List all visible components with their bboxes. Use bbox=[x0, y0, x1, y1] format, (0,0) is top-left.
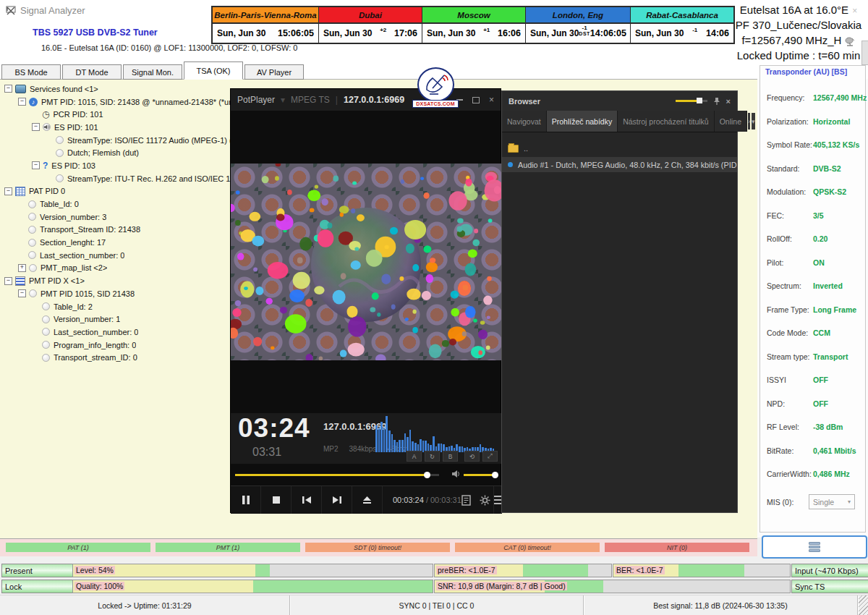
video-dot bbox=[442, 340, 449, 347]
tab-list-icon[interactable]: ▾ bbox=[752, 113, 755, 130]
tree-item[interactable]: −PMT PID 1015, SID 21438 bbox=[3, 287, 230, 300]
tree-item[interactable]: +PMT_map_list <2> bbox=[3, 262, 230, 275]
expand-toggle[interactable]: − bbox=[4, 277, 12, 285]
volume-fill bbox=[464, 474, 495, 476]
browser-tab-online[interactable]: Online bbox=[715, 111, 747, 132]
video-dot bbox=[366, 250, 383, 267]
resize-grip[interactable] bbox=[859, 595, 868, 615]
tree-item[interactable]: Last_section_number: 0 bbox=[3, 326, 230, 339]
field-label: Polarization: bbox=[767, 117, 813, 126]
browser-tab-n-stroj-proch-zen-titulk-[interactable]: Nástroj procházení titulků bbox=[618, 111, 714, 132]
browser-tab-navigovat[interactable]: Navigovat bbox=[502, 111, 547, 132]
spectrum-bar bbox=[375, 425, 378, 453]
ts-tool-button[interactable] bbox=[762, 535, 867, 559]
tab-tsa-ok-[interactable]: TSA (OK) bbox=[184, 62, 243, 80]
mis-select[interactable]: Single ▾ bbox=[809, 494, 855, 509]
tree-item-label: PMT_map_list <2> bbox=[41, 263, 107, 272]
tree-item[interactable]: Dutch; Flemish (dut) bbox=[3, 146, 230, 159]
close-icon[interactable]: × bbox=[726, 97, 731, 106]
expand-toggle[interactable]: − bbox=[32, 161, 40, 169]
tab-scroll-right-icon[interactable]: › bbox=[748, 113, 750, 130]
tree-item[interactable]: Section_lenght: 17 bbox=[3, 236, 230, 249]
video-dot bbox=[399, 276, 404, 281]
tree-item[interactable]: Transport_Stream ID: 21438 bbox=[3, 224, 230, 237]
expand-toggle[interactable]: − bbox=[18, 98, 26, 106]
dot-icon bbox=[56, 174, 64, 182]
tree-item[interactable]: −?ES PID: 103 bbox=[3, 159, 230, 172]
loop-icon[interactable]: ⟲ bbox=[464, 451, 480, 462]
pin-icon[interactable] bbox=[713, 97, 720, 105]
clock-4: Rabat-CasablancaSun, Jun 30-114:06 bbox=[631, 7, 733, 43]
stop-button[interactable] bbox=[261, 486, 292, 514]
volume-thumb[interactable] bbox=[492, 472, 498, 478]
repeat-toggle-icon[interactable]: ↻ bbox=[425, 451, 440, 462]
video-dot bbox=[285, 314, 307, 333]
gear-icon[interactable] bbox=[480, 495, 490, 506]
tab-dt-mode[interactable]: DT Mode bbox=[62, 64, 122, 80]
close-icon[interactable]: × bbox=[852, 6, 857, 16]
potplayer-window: PotPlayer ▾ MPEG TS | 127.0.0.1:6969 × bbox=[230, 88, 501, 513]
tab-bs-mode[interactable]: BS Mode bbox=[1, 64, 61, 80]
scrollbar-fragment[interactable] bbox=[861, 41, 868, 65]
maximize-icon[interactable] bbox=[472, 97, 480, 103]
tree-item[interactable]: −PAT PID 0 bbox=[3, 185, 230, 198]
potplayer-titlebar[interactable]: PotPlayer ▾ MPEG TS | 127.0.0.1:6969 × bbox=[231, 89, 501, 111]
expand-toggle[interactable]: − bbox=[18, 289, 26, 297]
field-label: Standard: bbox=[767, 164, 813, 173]
expand-icon[interactable]: ⤢ bbox=[482, 451, 498, 462]
audio-track-item[interactable]: Audio #1 - Dutch, MPEG Audio, 48.0 kHz, … bbox=[502, 157, 737, 172]
field-label: CarrierWidth: bbox=[767, 470, 813, 478]
video-dot bbox=[391, 305, 396, 310]
tab-av-player[interactable]: AV Player bbox=[244, 64, 304, 80]
tree-item[interactable]: −Services found <1> bbox=[3, 82, 230, 96]
tree-item[interactable]: Last_section_number: 0 bbox=[3, 249, 230, 262]
tree-item[interactable]: Program_info_length: 0 bbox=[3, 339, 230, 352]
tree-item-label: ES PID: 101 bbox=[54, 123, 98, 132]
window-buttons: × bbox=[456, 95, 494, 105]
tree-item-label: Section_lenght: 17 bbox=[40, 238, 106, 247]
tree-item[interactable]: −PMT PID X <1> bbox=[3, 274, 230, 287]
video-dot bbox=[268, 262, 289, 279]
tree-item[interactable]: −♪PMT PID: 1015, SID: 21438 @ *unnamed-2… bbox=[3, 96, 230, 109]
browser-tab-prohl-e-nab-dky[interactable]: Prohlížeč nabídky bbox=[547, 111, 618, 132]
video-frame[interactable] bbox=[231, 164, 502, 360]
repeat-a-button[interactable]: A bbox=[407, 451, 422, 462]
tree-item[interactable]: −ES PID: 101 bbox=[3, 121, 230, 134]
eject-button[interactable] bbox=[352, 486, 383, 514]
close-icon[interactable]: × bbox=[489, 95, 494, 105]
expand-toggle[interactable]: − bbox=[4, 187, 12, 195]
seek-thumb[interactable] bbox=[424, 472, 430, 478]
spectrum-bar bbox=[433, 436, 435, 452]
video-dot bbox=[451, 308, 459, 317]
previous-button[interactable] bbox=[292, 486, 322, 514]
playlist-icon[interactable] bbox=[461, 495, 471, 506]
tree-item[interactable]: Transport_stream_ID: 0 bbox=[3, 351, 230, 364]
video-dot bbox=[465, 306, 476, 318]
browser-titlebar[interactable]: Browser × bbox=[502, 91, 737, 111]
opacity-slider[interactable] bbox=[676, 98, 707, 104]
pause-button[interactable] bbox=[231, 486, 261, 514]
expand-toggle[interactable]: − bbox=[32, 123, 40, 131]
chevron-down-icon[interactable]: ▾ bbox=[281, 95, 285, 105]
mis-label: MIS (0): bbox=[767, 498, 809, 506]
field-label: FEC: bbox=[767, 211, 813, 220]
dot-icon bbox=[28, 200, 36, 208]
tab-signal-mon-[interactable]: Signal Mon. bbox=[123, 64, 182, 80]
tree-item[interactable]: StreamType: ITU-T Rec. H.262 and ISO/IEC… bbox=[3, 172, 230, 185]
speaker-icon[interactable] bbox=[451, 470, 461, 478]
tree-item[interactable]: ◷PCR PID: 101 bbox=[3, 108, 230, 121]
video-dot bbox=[372, 292, 379, 300]
tree-item[interactable]: Table_Id: 2 bbox=[3, 300, 230, 313]
expand-toggle[interactable]: − bbox=[4, 85, 12, 93]
tree-item[interactable]: Version_number: 1 bbox=[3, 313, 230, 326]
repeat-b-button[interactable]: B bbox=[443, 451, 458, 462]
tree-item[interactable]: StreamType: ISO/IEC 11172 Audio (MPEG-1)… bbox=[3, 134, 230, 147]
expand-toggle[interactable]: + bbox=[18, 264, 26, 272]
tree-item[interactable]: Version_number: 3 bbox=[3, 211, 230, 224]
tree-item[interactable]: Table_Id: 0 bbox=[3, 198, 230, 211]
folder-up-item[interactable]: .. bbox=[502, 141, 737, 156]
input-indicator: Input (~470 Kbps) bbox=[791, 564, 868, 577]
field-label: BitRate: bbox=[767, 446, 813, 455]
ber-meter: BER: <1.0E-7 bbox=[613, 564, 791, 577]
next-button[interactable] bbox=[322, 486, 352, 514]
